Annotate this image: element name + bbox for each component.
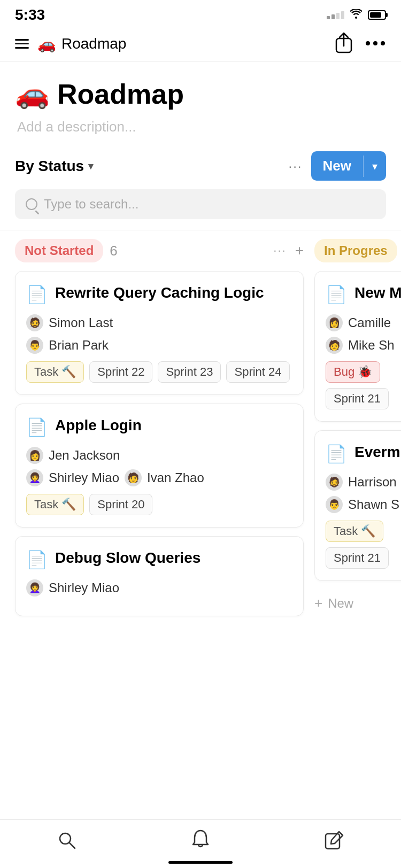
tag[interactable]: Sprint 24 bbox=[226, 361, 289, 383]
member-row: 👩 Camille bbox=[326, 314, 401, 331]
tab-compose[interactable] bbox=[322, 828, 346, 852]
tag-bug[interactable]: Bug 🐞 bbox=[326, 361, 380, 383]
col-new-button[interactable]: + New bbox=[314, 590, 401, 617]
card-members: 👩 Camille 🧑 Mike Sh bbox=[326, 314, 401, 354]
nav-left: 🚗 Roadmap bbox=[15, 35, 126, 53]
avatar: 🧑 bbox=[326, 337, 343, 354]
card-title-row: 📄 Debug Slow Queries bbox=[26, 548, 292, 570]
home-indicator bbox=[168, 861, 233, 864]
tag[interactable]: Sprint 22 bbox=[89, 361, 152, 383]
search-input[interactable]: Type to search... bbox=[44, 197, 138, 212]
page-emoji: 🚗 bbox=[15, 78, 50, 110]
card-title: Everm bbox=[354, 443, 400, 462]
card-debug-slow-queries[interactable]: 📄 Debug Slow Queries 👩‍🦱 Shirley Miao bbox=[15, 536, 304, 616]
tab-notifications[interactable] bbox=[189, 828, 212, 852]
col-count-not-started: 6 bbox=[110, 243, 117, 259]
nav-title: Roadmap bbox=[61, 35, 126, 52]
card-everm-right-2[interactable]: 📄 Everm 🧔 Harrison 👨 Shawn S Task 🔨 Sp bbox=[314, 430, 401, 581]
column-not-started: Not Started 6 ··· + 📄 Rewrite Query Cach… bbox=[15, 239, 304, 625]
member-name: Camille bbox=[348, 315, 391, 330]
member-row: 👩‍🦱 Shirley Miao bbox=[26, 579, 292, 596]
card-members: 👩 Jen Jackson 👩‍🦱 Shirley Miao 🧑 Ivan Zh… bbox=[26, 447, 292, 486]
card-members: 🧔 Harrison 👨 Shawn S bbox=[326, 474, 401, 513]
tag[interactable]: Sprint 21 bbox=[326, 547, 389, 569]
tab-search[interactable] bbox=[55, 828, 79, 852]
card-doc-icon: 📄 bbox=[26, 284, 48, 305]
member-name: Ivan Zhao bbox=[147, 470, 204, 485]
svg-line-6 bbox=[70, 843, 75, 848]
member-name: Shawn S bbox=[348, 497, 399, 512]
member-name: Brian Park bbox=[49, 338, 109, 353]
new-btn-dropdown-arrow[interactable]: ▾ bbox=[364, 153, 386, 179]
avatar: 🧔 bbox=[326, 474, 343, 491]
page-title: Roadmap bbox=[57, 78, 184, 110]
card-doc-icon: 📄 bbox=[26, 549, 48, 570]
member-name: Shirley Miao bbox=[49, 580, 119, 595]
share-button[interactable] bbox=[335, 32, 353, 56]
search-bar[interactable]: Type to search... bbox=[15, 189, 386, 219]
signal-icon bbox=[327, 11, 344, 19]
nav-right bbox=[335, 32, 386, 56]
card-rewrite-query[interactable]: 📄 Rewrite Query Caching Logic 🧔 Simon La… bbox=[15, 271, 304, 395]
card-title: Rewrite Query Caching Logic bbox=[55, 283, 264, 303]
member-name: Shirley Miao bbox=[49, 470, 119, 485]
member-row: 🧑 Mike Sh bbox=[326, 337, 401, 354]
column-in-progress: In Progres 📄 New M 👩 Camille 🧑 Mike Sh bbox=[314, 239, 401, 625]
card-doc-icon: 📄 bbox=[26, 417, 48, 437]
svg-point-5 bbox=[60, 833, 71, 844]
tag[interactable]: Sprint 23 bbox=[158, 361, 221, 383]
avatar: 👩 bbox=[26, 447, 43, 464]
card-title: Apple Login bbox=[55, 416, 142, 435]
status-badge-not-started: Not Started bbox=[15, 239, 103, 262]
tag[interactable]: Sprint 20 bbox=[89, 494, 152, 515]
search-wrapper: Type to search... bbox=[0, 189, 401, 230]
status-time: 5:33 bbox=[15, 6, 45, 24]
card-tags: Bug 🐞 Sprint 21 bbox=[326, 361, 401, 409]
avatar: 👩‍🦱 bbox=[26, 579, 43, 596]
card-new-right-1[interactable]: 📄 New M 👩 Camille 🧑 Mike Sh Bug 🐞 Spri bbox=[314, 271, 401, 422]
col-new-label: New bbox=[328, 596, 353, 611]
status-icons bbox=[327, 9, 386, 21]
status-bar: 5:33 bbox=[0, 0, 401, 27]
page-title-row: 🚗 Roadmap bbox=[15, 78, 386, 110]
member-name: Harrison bbox=[348, 475, 397, 490]
member-name: Mike Sh bbox=[348, 338, 395, 353]
card-doc-icon: 📄 bbox=[326, 284, 347, 305]
toolbar-more-button[interactable]: ··· bbox=[289, 159, 303, 174]
more-options-button[interactable] bbox=[365, 39, 386, 49]
card-apple-login[interactable]: 📄 Apple Login 👩 Jen Jackson 👩‍🦱 Shirley … bbox=[15, 404, 304, 528]
tag[interactable]: Task 🔨 bbox=[26, 494, 84, 515]
tag[interactable]: Task 🔨 bbox=[26, 361, 84, 383]
member-name: Simon Last bbox=[49, 315, 113, 330]
avatar: 🧔 bbox=[26, 314, 43, 331]
nav-title-row: 🚗 Roadmap bbox=[37, 35, 126, 53]
new-button[interactable]: New ▾ bbox=[311, 151, 386, 181]
avatar: 👨 bbox=[26, 337, 43, 354]
tag[interactable]: Task 🔨 bbox=[326, 521, 383, 542]
card-tags: Task 🔨 Sprint 22 Sprint 23 Sprint 24 bbox=[26, 361, 292, 383]
member-row: 🧔 Simon Last bbox=[26, 314, 292, 331]
menu-button[interactable] bbox=[15, 39, 29, 49]
col-new-plus-icon: + bbox=[314, 595, 322, 611]
member-row: 🧔 Harrison bbox=[326, 474, 401, 491]
page-description[interactable]: Add a description... bbox=[15, 119, 386, 135]
avatar: 👩 bbox=[326, 314, 343, 331]
col-header-in-progress: In Progres bbox=[314, 239, 401, 262]
compose-tab-icon bbox=[322, 828, 346, 852]
group-by-button[interactable]: By Status ▾ bbox=[15, 158, 93, 175]
col-more-button[interactable]: ··· bbox=[273, 244, 286, 258]
chevron-down-icon: ▾ bbox=[88, 160, 93, 172]
member-name: Jen Jackson bbox=[49, 448, 120, 463]
battery-icon bbox=[368, 10, 386, 20]
svg-point-4 bbox=[381, 41, 385, 45]
col-add-button[interactable]: + bbox=[295, 242, 304, 259]
card-doc-icon: 📄 bbox=[326, 444, 347, 464]
card-tags: Task 🔨 Sprint 20 bbox=[26, 494, 292, 515]
kanban-board-wrapper: Not Started 6 ··· + 📄 Rewrite Query Cach… bbox=[0, 230, 401, 633]
status-badge-in-progress: In Progres bbox=[314, 239, 397, 262]
tag[interactable]: Sprint 21 bbox=[326, 388, 389, 409]
card-title: Debug Slow Queries bbox=[55, 548, 200, 568]
avatar: 👨 bbox=[326, 496, 343, 513]
group-by-label: By Status bbox=[15, 158, 84, 175]
member-row: 👨 Brian Park bbox=[26, 337, 292, 354]
